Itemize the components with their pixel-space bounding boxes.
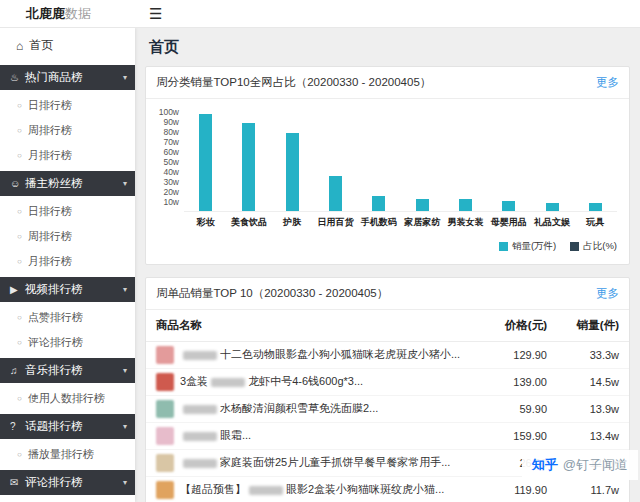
chart-more-link[interactable]: 更多 (596, 75, 619, 90)
main-content: 首页 周分类销量TOP10全网占比（20200330 - 20200405） 更… (135, 28, 640, 502)
bar[interactable] (589, 203, 602, 211)
bar[interactable] (286, 133, 299, 211)
sidebar-item-label: 月排行榜 (28, 148, 72, 163)
sidebar: ⌂ 首页 ♨ 热门商品榜 ▾ ○ 日排行榜 ○ 周排行榜 ○ 月排行榜 ☺ 播主… (0, 28, 135, 502)
legend-item[interactable]: 销量(万件) (499, 240, 556, 253)
sidebar-section-1[interactable]: ☺ 播主粉丝榜 ▾ (0, 171, 135, 196)
sidebar-item-label: 使用人数排行榜 (28, 391, 105, 406)
sidebar-item[interactable]: ○ 日排行榜 (0, 93, 135, 118)
x-tick-label: 日用百货 (314, 216, 357, 229)
column-header-sales: 销量(件) (557, 310, 629, 342)
bar-column (444, 112, 487, 211)
sidebar-item[interactable]: ○ 日排行榜 (0, 199, 135, 224)
sidebar-home-label: 首页 (29, 37, 53, 54)
blurred-text (183, 351, 217, 360)
table-row[interactable]: 十二色动物眼影盘小狗小狐猫咪老虎斑皮小猪小... 129.90 33.3w (146, 342, 629, 369)
bar[interactable] (459, 199, 472, 211)
product-image (156, 454, 174, 472)
bar[interactable] (416, 199, 429, 211)
sidebar-item[interactable]: ○ 点赞排行榜 (0, 305, 135, 330)
hamburger-menu-icon[interactable]: ☰ (149, 6, 162, 21)
legend-item[interactable]: 占比(%) (570, 240, 617, 253)
table-row[interactable]: 眼霜... 159.90 13.4w (146, 423, 629, 450)
bar-column (227, 112, 270, 211)
y-tick-label: 60w (163, 147, 179, 157)
bar-column (487, 112, 530, 211)
user-icon: ☺ (10, 178, 25, 189)
y-tick-label: 80w (163, 127, 179, 137)
y-tick-label: 40w (163, 167, 179, 177)
sidebar-section-label: 话题排行榜 (25, 419, 119, 434)
sidebar-item-label: 周排行榜 (28, 123, 72, 138)
sidebar-section-label: 评论排行榜 (25, 475, 119, 490)
y-tick-label: 20w (163, 187, 179, 197)
bar[interactable] (372, 196, 385, 211)
table-header-row: 商品名称 价格(元) 销量(件) (146, 310, 629, 342)
y-tick-label: 90w (163, 117, 179, 127)
product-name-text: 眼霜... (220, 429, 251, 441)
chart-card-title: 周分类销量TOP10全网占比（20200330 - 20200405） (156, 75, 431, 90)
legend-label: 占比(%) (583, 240, 617, 253)
sidebar-item[interactable]: ○ 月排行榜 (0, 249, 135, 274)
bar-column (357, 112, 400, 211)
price-cell: 129.90 (473, 342, 557, 369)
sidebar-item[interactable]: ○ 周排行榜 (0, 224, 135, 249)
bullet-icon: ○ (17, 450, 22, 459)
x-tick-label: 护肤 (271, 216, 314, 229)
bar[interactable] (502, 201, 515, 211)
chevron-down-icon: ▾ (123, 73, 127, 82)
sidebar-section-4[interactable]: ? 话题排行榜 ▾ (0, 414, 135, 439)
table-row[interactable]: 3盒装龙虾中号4-6钱600g*3... 139.00 14.5w (146, 369, 629, 396)
app-window: 北鹿鹿数据 ☰ ⌂ 首页 ♨ 热门商品榜 ▾ ○ 日排行榜 ○ 周排行榜 ○ 月… (0, 0, 640, 502)
y-tick-label: 100w (159, 107, 179, 117)
sidebar-item[interactable]: ○ 评论排行榜 (0, 330, 135, 355)
sidebar-item[interactable]: ○ 周排行榜 (0, 118, 135, 143)
bar[interactable] (546, 203, 559, 211)
bullet-icon: ○ (17, 126, 22, 135)
bullet-icon: ○ (17, 313, 22, 322)
sidebar-item-label: 月排行榜 (28, 254, 72, 269)
chart-card-header: 周分类销量TOP10全网占比（20200330 - 20200405） 更多 (146, 67, 629, 99)
legend-swatch (499, 242, 508, 251)
chevron-down-icon: ▾ (123, 285, 127, 294)
sidebar-section-label: 音乐排行榜 (25, 363, 119, 378)
sidebar-section-5[interactable]: ✉ 评论排行榜 ▾ (0, 470, 135, 495)
product-name-cell: 家庭装面饼25片儿童手抓饼早餐早餐家常用手... (146, 450, 473, 477)
sidebar-item[interactable]: ○ 月排行榜 (0, 143, 135, 168)
sidebar-section-label: 播主粉丝榜 (25, 176, 119, 191)
sales-cell: 11.7w (557, 477, 629, 502)
sidebar-item-home[interactable]: ⌂ 首页 (0, 28, 135, 62)
sidebar-item-label: 周排行榜 (28, 229, 72, 244)
blurred-text (211, 378, 245, 387)
page-title: 首页 (149, 38, 630, 57)
x-tick-label: 彩妆 (184, 216, 227, 229)
product-image (156, 427, 174, 445)
sidebar-item[interactable]: ○ 使用人数排行榜 (0, 386, 135, 411)
sidebar-item-label: 播放量排行榜 (28, 447, 94, 462)
product-image (156, 373, 174, 391)
sidebar-section-2[interactable]: ▶ 视频排行榜 ▾ (0, 277, 135, 302)
chevron-down-icon: ▾ (123, 366, 127, 375)
blurred-text (183, 459, 217, 468)
home-icon: ⌂ (16, 39, 23, 53)
sidebar-section-3[interactable]: ♫ 音乐排行榜 ▾ (0, 358, 135, 383)
bar[interactable] (199, 114, 212, 211)
sidebar-section-label: 热门商品榜 (25, 70, 119, 85)
sidebar-item[interactable]: ○ 点赞排行榜 (0, 498, 135, 502)
sidebar-section-0[interactable]: ♨ 热门商品榜 ▾ (0, 65, 135, 90)
bar-column (271, 112, 314, 211)
bar[interactable] (242, 123, 255, 211)
sales-cell: 13.4w (557, 423, 629, 450)
sales-cell: 14.5w (557, 369, 629, 396)
table-more-link[interactable]: 更多 (596, 286, 619, 301)
bullet-icon: ○ (17, 394, 22, 403)
table-row[interactable]: 水杨酸清润颜积雪草免洗面膜2... 59.90 13.9w (146, 396, 629, 423)
product-name-cell: 水杨酸清润颜积雪草免洗面膜2... (146, 396, 473, 423)
chart-legend: 销量(万件)占比(%) (499, 240, 617, 253)
y-tick-label: 30w (163, 177, 179, 187)
sidebar-item[interactable]: ○ 播放量排行榜 (0, 442, 135, 467)
bar[interactable] (329, 176, 342, 211)
bullet-icon: ○ (17, 151, 22, 160)
table-row[interactable]: 【超品预售】眼影2盒装小狗猫咪斑纹虎小猫... 119.90 11.7w (146, 477, 629, 502)
bar-chart: 10w20w30w40w50w60w70w80w90w100w 彩妆美食饮品护肤… (152, 112, 619, 260)
